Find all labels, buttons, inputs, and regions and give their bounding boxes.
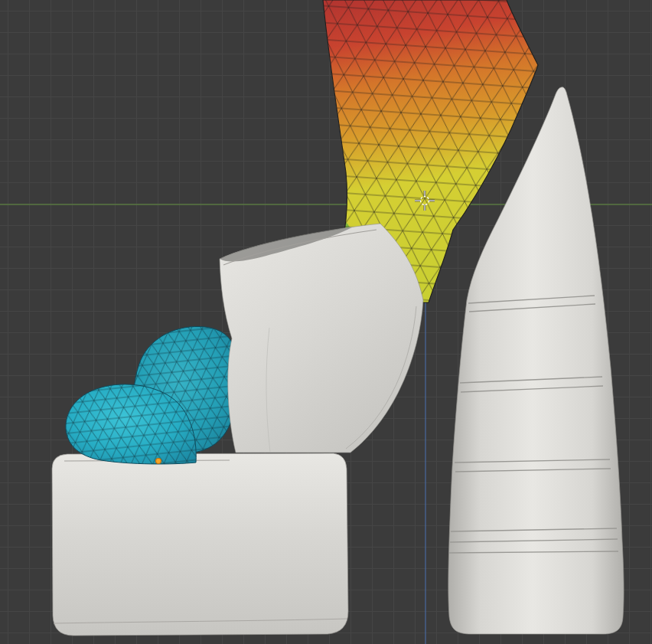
toe-mesh-object[interactable] — [66, 326, 236, 464]
object-origin-dot[interactable] — [156, 459, 161, 464]
shoe-upper-object[interactable] — [220, 224, 423, 453]
viewport-3d[interactable] — [0, 0, 652, 644]
scene-svg — [0, 0, 652, 644]
platform-object[interactable] — [52, 453, 348, 636]
platform-shape[interactable] — [52, 453, 348, 636]
